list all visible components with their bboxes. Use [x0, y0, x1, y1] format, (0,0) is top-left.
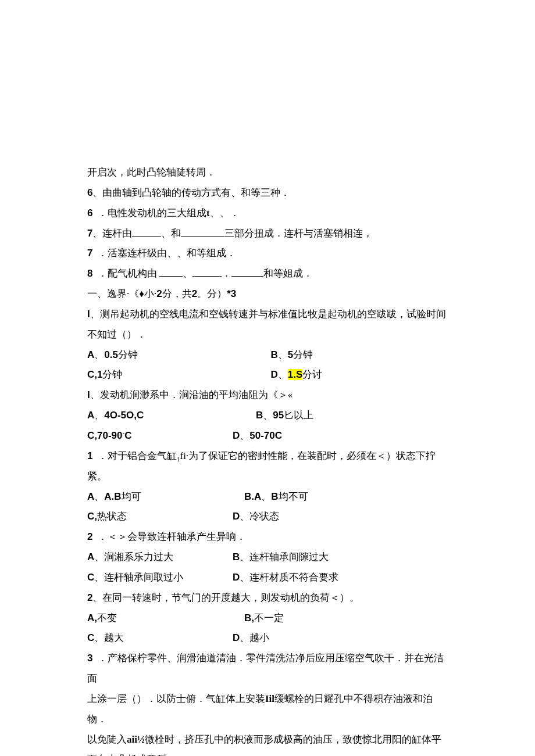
opt-label: D [233, 511, 240, 522]
blank [159, 276, 183, 277]
opt-label: D [233, 632, 240, 643]
text: 三部分扭成．连杆与活塞销相连， [224, 228, 373, 239]
opt-txt: 分钟 [102, 369, 122, 380]
sep: 、 [278, 349, 288, 360]
option-b: B、5分钟 [256, 345, 448, 366]
opt-val: 50-70C [249, 430, 282, 441]
line-2: 6 ．电性发动机的三大组成t、、． [87, 203, 448, 224]
opt-label: C, [87, 511, 97, 522]
text: 、 [183, 268, 192, 279]
sep: 、 [94, 349, 104, 360]
opt-txt: 、涧湘系乐力过大 [94, 551, 173, 562]
opt-label: B [256, 410, 263, 421]
blank [231, 276, 263, 277]
sep: 、 [94, 410, 104, 421]
line-4: 7 ．活塞连杆级由、、和等组成． [87, 243, 448, 264]
opt-label: A, [87, 612, 97, 624]
item-num: 1 [87, 450, 92, 461]
option-row: C,1分钟 D、1.S分讨 [87, 365, 448, 385]
opt-label: B [233, 551, 240, 562]
option-row: A,不变 B,不一定 [87, 608, 448, 629]
option-c: C,70-90-C [87, 426, 233, 446]
opt-label: D [233, 572, 240, 583]
option-c: C、连杆轴承间取过小 [87, 568, 233, 588]
opt-txt: 分钟 [118, 349, 138, 360]
text: 分，共 [162, 288, 192, 299]
text: ．产格保柠零件、润滑油道清油．零件清洗沽净后应用压缩空气吹干．并在光洁面 [87, 653, 444, 684]
line-23: 3 ．产格保柠零件、润滑油道清油．零件清洗沽净后应用压缩空气吹干．并在光洁面 [87, 648, 448, 689]
sep: 、 [261, 491, 271, 502]
line-17: 2 ．＜＞会导致连杆轴承产生异响． [87, 527, 448, 547]
line-8: 不知过（）． [87, 325, 448, 345]
option-d: D、冷状态 [233, 507, 448, 527]
opt-label: C,1 [87, 369, 102, 380]
line-1: 6、由曲轴到凸轮轴的传动方式有、和等三种． [87, 183, 448, 203]
opt-val: 0.5 [104, 349, 118, 360]
opt-txt: 均可 [122, 491, 141, 502]
text: 上涂一层（）．以防士俯．气缸体上安装 [87, 693, 265, 704]
option-c: C,1分钟 [87, 365, 256, 385]
opt-txt: 不变 [97, 612, 117, 624]
text: 、和 [161, 228, 181, 239]
item-num: 2 [87, 531, 92, 542]
opt-label-b: B [271, 491, 278, 502]
item-num: 7 [87, 248, 92, 259]
opt-label: A [87, 491, 94, 502]
sep: 、 [94, 491, 104, 502]
text: ．＜＞会导致连杆轴承产生异响． [98, 531, 246, 542]
option-d: D、越小 [233, 628, 448, 648]
opt-label: B.A [244, 491, 261, 502]
opt-label: B, [244, 612, 254, 624]
opt-label: C,70-90 [87, 430, 122, 441]
text: 一、逸界·《♦小· [87, 288, 156, 299]
text: 、在同一转速时，节气门的开度越大，则发动机的负荷＜）。 [92, 592, 359, 603]
item-num: 6 [87, 207, 92, 218]
line-5: 8 ．配气机构由 、．和等姐成． [87, 264, 448, 284]
option-c: C、越大 [87, 628, 233, 648]
line-26: 面向上凸起或开裂． [87, 750, 448, 756]
line-14: 1 ．对于铝合金气缸1fi·为了保证它的密封性能，在装配时，必须在＜）状态下拧紧… [87, 446, 448, 487]
line-20: 2、在同一转速时，节气门的开度越大，则发动机的负荷＜）。 [87, 588, 448, 608]
line-6: 一、逸界·《♦小·2分，共2。分）*3 [87, 284, 448, 304]
text: 、连杆由 [92, 228, 132, 239]
opt-txt: 、越小 [240, 632, 269, 643]
option-d: D、连杆材质不符合要求 [233, 568, 448, 588]
opt-txt: 、连杆轴承间取过小 [94, 572, 183, 583]
opt-label: B [271, 349, 278, 360]
option-row: A、0.5分钟 B、5分钟 [87, 345, 448, 366]
option-a: A、0.5分钟 [87, 345, 256, 366]
text-bold: aii½ [127, 734, 145, 745]
line-24: 上涂一层（）．以防士俯．气缸体上安装Iil缓螺栓的日耀孔中不得积存油液和泊物． [87, 689, 448, 730]
text: 、测吊起动机的空线电流和空钱转速并与标准值比牧是起动机的空跋跋，试验时间 [90, 309, 446, 320]
opt-label: C [87, 572, 94, 583]
opt-txt: 、连杆轴承间隙过大 [240, 551, 329, 562]
opt-txt: 、冷状态 [240, 511, 279, 522]
option-b: B、连杆轴承间隙过大 [233, 547, 448, 568]
opt-val: A.B [104, 491, 121, 502]
opt-val: 4O-5O,C [104, 410, 144, 421]
text: 、由曲轴到凸轮轴的传动方式有、和等三种． [92, 187, 290, 198]
option-a: A,不变 [87, 608, 244, 629]
option-a: A、A.B均可 [87, 487, 244, 507]
opt-txt: 、越大 [94, 632, 124, 643]
opt-label: A [87, 349, 94, 360]
opt-label: D [271, 369, 278, 380]
opt-txt: 、连杆材质不符合要求 [240, 572, 338, 583]
blank [181, 236, 224, 237]
text: ．活塞连杆级由、、和等组成． [98, 248, 236, 259]
opt-label: D [233, 430, 240, 441]
num: *3 [227, 288, 236, 299]
line-25: 以免陡入aii½微栓时，挤压孔中的枳液而形成极高的油压，致使惊北用阳的缸体平 [87, 730, 448, 750]
option-row: C,70-90-C D、50-70C [87, 426, 448, 446]
text: ．配气机构由 [98, 268, 159, 279]
opt-txt: 不一定 [254, 612, 284, 624]
opt-val-highlight: 1.S [288, 369, 303, 380]
line-11: I、发动机涧渺系中．涧沿油的平均油阻为《＞« [87, 385, 448, 406]
sep: 、 [263, 410, 273, 421]
option-b: B、95匕以上 [256, 406, 448, 426]
line-3: 7、连杆由、和三部分扭成．连杆与活塞销相连， [87, 224, 448, 244]
option-c: C,热状态 [87, 507, 233, 527]
blank [132, 236, 161, 237]
line-7: I、测吊起动机的空线电流和空钱转速并与标准值比牧是起动机的空跋跋，试验时间 [87, 304, 448, 325]
option-a: A、4O-5O,C [87, 406, 256, 426]
